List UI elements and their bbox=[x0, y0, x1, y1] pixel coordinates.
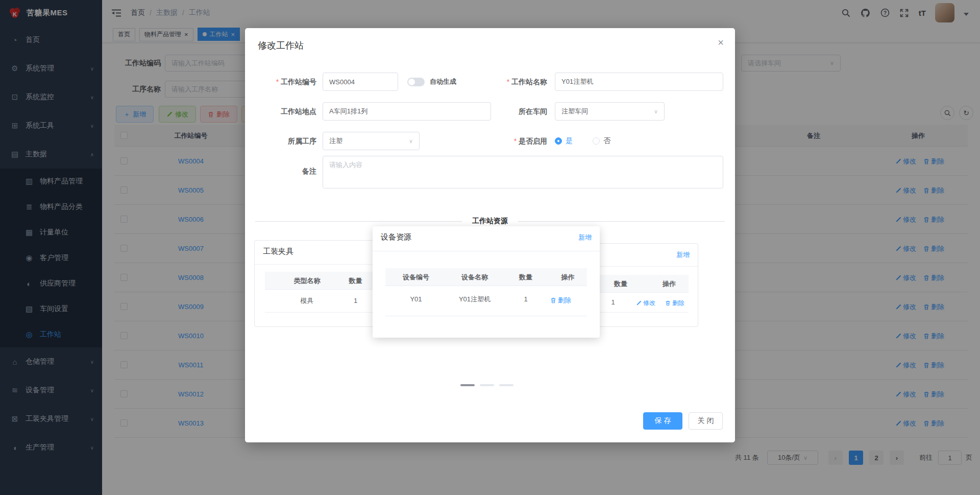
device-name-cell: Y01注塑机 bbox=[447, 288, 503, 311]
third-delete-button[interactable]: 删除 bbox=[665, 299, 684, 308]
close-icon[interactable]: × bbox=[718, 37, 724, 48]
save-button[interactable]: 保 存 bbox=[643, 412, 682, 430]
dialog-title: 修改工作站 bbox=[258, 39, 304, 52]
code-field[interactable] bbox=[323, 73, 398, 91]
carousel-dot[interactable] bbox=[499, 384, 513, 386]
chevron-down-icon: ∨ bbox=[654, 108, 658, 115]
code-label: 工作站编号 bbox=[245, 73, 316, 91]
workshop-select[interactable]: 注塑车间 ∨ bbox=[555, 102, 665, 121]
location-label: 工作站地点 bbox=[245, 102, 316, 121]
device-card-title: 设备资源 bbox=[381, 232, 411, 242]
workshop-label: 所在车间 bbox=[439, 102, 547, 121]
workstation-name-input[interactable] bbox=[555, 73, 723, 91]
fixture-qty-cell: 1 bbox=[339, 290, 372, 312]
device-resource-card: 设备资源 新增 设备编号 设备名称 数量 操作 Y01 Y01注塑机 1 删除 bbox=[373, 226, 600, 338]
trash-icon bbox=[550, 297, 556, 303]
third-edit-button[interactable]: 修改 bbox=[636, 299, 655, 308]
radio-dot bbox=[593, 137, 600, 145]
device-qty-cell: 1 bbox=[503, 288, 549, 311]
radio-yes[interactable]: 是 bbox=[555, 137, 573, 145]
resources-divider: 工作站资源 bbox=[255, 221, 725, 222]
device-delete-button[interactable]: 删除 bbox=[550, 296, 571, 305]
resources-divider-label: 工作站资源 bbox=[462, 217, 518, 226]
process-select[interactable]: 注塑 ∨ bbox=[323, 132, 420, 150]
fixture-card-title: 工装夹具 bbox=[263, 247, 293, 256]
third-qty-cell: 1 bbox=[598, 291, 628, 314]
carousel-indicators bbox=[460, 384, 513, 386]
remark-label: 备注 bbox=[245, 162, 316, 180]
autogen-toggle[interactable] bbox=[407, 78, 425, 86]
chevron-down-icon: ∨ bbox=[409, 138, 413, 145]
trash-icon bbox=[665, 300, 671, 306]
fixture-type-cell: 模具 bbox=[275, 290, 339, 312]
third-card-add-button[interactable]: 新增 bbox=[676, 250, 690, 260]
carousel-dot[interactable] bbox=[480, 384, 494, 386]
pencil-icon bbox=[636, 300, 642, 306]
process-label: 所属工序 bbox=[245, 132, 316, 150]
remark-textarea[interactable] bbox=[323, 156, 723, 188]
name-field[interactable] bbox=[555, 73, 723, 91]
carousel-dot-active[interactable] bbox=[460, 384, 475, 386]
device-code-cell: Y01 bbox=[385, 288, 447, 311]
radio-dot bbox=[555, 137, 562, 145]
edit-workstation-dialog: 修改工作站 × 工作站编号 自动生成 工作站名称 工作站地点 所在车间 注塑车间… bbox=[245, 28, 735, 442]
name-label: 工作站名称 bbox=[439, 73, 547, 91]
device-card-add-button[interactable]: 新增 bbox=[578, 233, 592, 242]
radio-no[interactable]: 否 bbox=[593, 137, 610, 145]
dialog-close-button[interactable]: 关 闭 bbox=[689, 412, 723, 430]
enabled-label: 是否启用 bbox=[439, 132, 547, 150]
workstation-code-input[interactable] bbox=[323, 73, 398, 91]
device-table-header: 设备编号 设备名称 数量 操作 bbox=[385, 268, 587, 286]
